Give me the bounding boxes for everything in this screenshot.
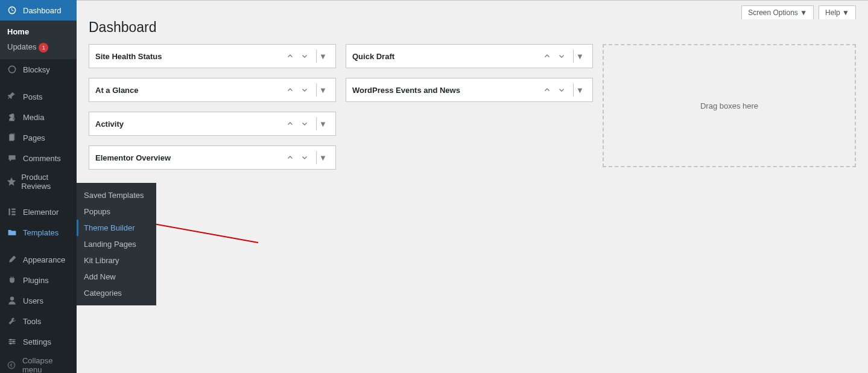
nav-users[interactable]: Users: [0, 290, 77, 311]
nav-media[interactable]: Media: [0, 107, 77, 127]
widget-controls: ▼: [284, 49, 329, 63]
widget-header[interactable]: Activity ▼: [89, 112, 335, 135]
nav-separator: [0, 195, 77, 198]
widget-title: WordPress Events and News: [352, 86, 460, 95]
flyout-theme-builder[interactable]: Theme Builder: [77, 220, 156, 236]
svg-point-0: [8, 66, 15, 72]
sub-home[interactable]: Home: [0, 24, 77, 39]
nav-label: Elementor: [23, 208, 59, 217]
move-down-icon[interactable]: [298, 151, 311, 164]
nav-label: Users: [23, 296, 43, 305]
nav-label: Media: [23, 113, 44, 122]
toggle-icon[interactable]: ▼: [316, 117, 329, 130]
widget-header[interactable]: Elementor Overview ▼: [89, 146, 335, 169]
move-down-icon[interactable]: [298, 49, 311, 63]
svg-rect-5: [11, 208, 15, 209]
flyout-landing-pages[interactable]: Landing Pages: [77, 236, 156, 252]
move-down-icon[interactable]: [298, 83, 311, 97]
nav-posts[interactable]: Posts: [0, 86, 77, 107]
admin-sidebar: Dashboard Home Updates1 Blocksy Posts Me…: [0, 0, 77, 373]
screen-options-button[interactable]: Screen Options ▼: [741, 5, 814, 19]
flyout-categories[interactable]: Categories: [77, 285, 156, 301]
svg-rect-7: [11, 214, 15, 215]
widget-site-health: Site Health Status ▼: [89, 44, 336, 68]
move-up-icon[interactable]: [284, 83, 297, 97]
widget-controls: ▼: [284, 151, 329, 164]
toggle-icon[interactable]: ▼: [316, 49, 329, 63]
nav-menu: Dashboard Home Updates1 Blocksy Posts Me…: [0, 0, 77, 373]
updates-badge: 1: [39, 43, 48, 53]
nav-blocksy[interactable]: Blocksy: [0, 59, 77, 80]
nav-appearance[interactable]: Appearance: [0, 249, 77, 270]
widget-controls: ▼: [540, 49, 586, 63]
nav-pages[interactable]: Pages: [0, 127, 77, 148]
svg-point-15: [8, 362, 15, 368]
sub-updates[interactable]: Updates1: [0, 39, 77, 56]
nav-tools[interactable]: Tools: [0, 311, 77, 331]
nav-dashboard[interactable]: Dashboard: [0, 0, 77, 21]
nav-label: Collapse menu: [22, 356, 72, 373]
move-up-icon[interactable]: [284, 117, 297, 130]
blocksy-icon: [6, 63, 18, 75]
widget-title: Activity: [95, 120, 124, 129]
nav-separator: [0, 243, 77, 246]
settings-icon: [6, 336, 18, 348]
collapse-icon: [6, 359, 17, 371]
main-content: Screen Options ▼ Help ▼ Dashboard Site H…: [77, 0, 868, 373]
star-icon: [6, 176, 16, 188]
move-up-icon[interactable]: [540, 49, 554, 63]
widget-controls: ▼: [540, 83, 586, 97]
svg-point-12: [10, 339, 11, 340]
caret-down-icon: ▼: [800, 8, 807, 17]
widget-header[interactable]: WordPress Events and News ▼: [346, 78, 592, 101]
toggle-icon[interactable]: ▼: [316, 83, 329, 97]
widget-columns: Site Health Status ▼ At a Glance ▼: [77, 44, 868, 170]
nav-elementor[interactable]: Elementor: [0, 202, 77, 222]
user-icon: [6, 295, 18, 307]
nav-collapse[interactable]: Collapse menu: [0, 352, 77, 373]
flyout-popups[interactable]: Popups: [77, 203, 156, 220]
flyout-add-new[interactable]: Add New: [77, 269, 156, 285]
widget-header[interactable]: At a Glance ▼: [89, 78, 335, 101]
folder-icon: [6, 226, 18, 238]
nav-product-reviews[interactable]: Product Reviews: [0, 168, 77, 195]
flyout-saved-templates[interactable]: Saved Templates: [77, 187, 156, 203]
nav-settings[interactable]: Settings: [0, 331, 77, 352]
pages-icon: [6, 132, 18, 144]
move-up-icon[interactable]: [540, 83, 554, 97]
nav-label: Blocksy: [23, 65, 50, 74]
widget-dropzone[interactable]: Drag boxes here: [603, 44, 856, 167]
svg-rect-6: [11, 211, 15, 212]
nav-label: Dashboard: [23, 6, 62, 15]
dashboard-icon: [6, 4, 18, 16]
flyout-kit-library[interactable]: Kit Library: [77, 252, 156, 269]
nav-templates[interactable]: Templates: [0, 222, 77, 243]
widget-col-1: Site Health Status ▼ At a Glance ▼: [89, 44, 336, 170]
nav-label: Pages: [23, 133, 45, 142]
nav-plugins[interactable]: Plugins: [0, 270, 77, 290]
move-up-icon[interactable]: [284, 151, 297, 164]
toggle-icon[interactable]: ▼: [316, 151, 329, 164]
widget-header[interactable]: Site Health Status ▼: [89, 45, 335, 68]
toggle-icon[interactable]: ▼: [573, 83, 586, 97]
svg-point-8: [10, 297, 14, 301]
move-up-icon[interactable]: [284, 49, 297, 63]
nav-comments[interactable]: Comments: [0, 148, 77, 168]
move-down-icon[interactable]: [555, 49, 568, 63]
toggle-icon[interactable]: ▼: [573, 49, 586, 63]
widget-title: Site Health Status: [95, 52, 162, 61]
svg-point-14: [10, 343, 11, 345]
widget-quick-draft: Quick Draft ▼: [346, 44, 593, 68]
widget-controls: ▼: [284, 117, 329, 130]
wrench-icon: [6, 315, 18, 327]
nav-label: Appearance: [23, 255, 65, 264]
nav-label: Posts: [23, 92, 43, 101]
widget-header[interactable]: Quick Draft ▼: [346, 45, 592, 68]
move-down-icon[interactable]: [555, 83, 568, 97]
svg-rect-3: [10, 133, 15, 140]
nav-label: Product Reviews: [21, 173, 72, 191]
widget-elementor-overview: Elementor Overview ▼: [89, 145, 336, 170]
move-down-icon[interactable]: [298, 117, 311, 130]
help-button[interactable]: Help ▼: [819, 5, 856, 19]
elementor-icon: [6, 206, 18, 218]
